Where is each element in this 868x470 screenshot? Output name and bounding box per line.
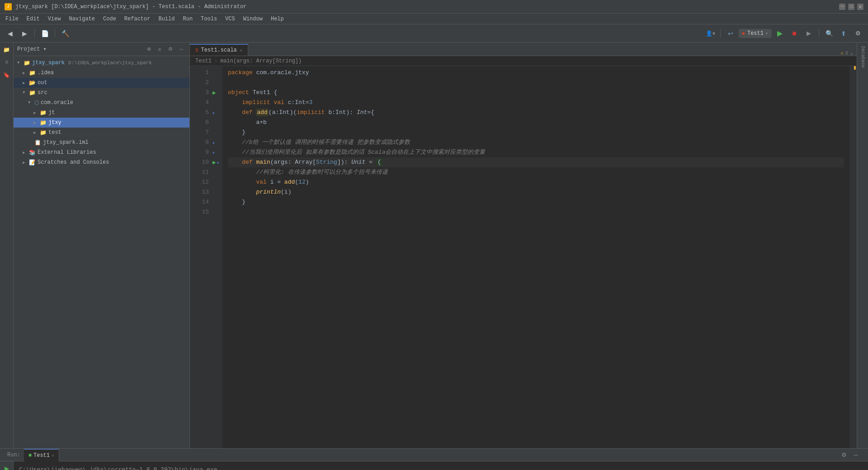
- panel-add-button[interactable]: ⊕: [144, 45, 153, 54]
- tree-item-test[interactable]: ▶ 📁 test: [14, 128, 189, 138]
- menu-navigate[interactable]: Navigate: [65, 15, 99, 23]
- title-left: J jtxy_spark [D:\IDEA_workplace\jtxy_spa…: [5, 3, 246, 10]
- title-text: jtxy_spark [D:\IDEA_workplace\jtxy_spark…: [15, 4, 246, 10]
- tree-icon-com-oracle: ⬡: [34, 100, 39, 106]
- gutter-14: [212, 197, 222, 207]
- sidebar-database-icon[interactable]: Database: [857, 44, 868, 70]
- search-button[interactable]: 🔍: [823, 27, 835, 40]
- line-num-10: 10: [193, 157, 209, 167]
- coverage-button[interactable]: ▶: [802, 27, 815, 40]
- bottom-minimize-button[interactable]: ─: [851, 450, 861, 460]
- menu-refactor[interactable]: Refactor: [121, 15, 154, 23]
- menu-file[interactable]: File: [2, 15, 22, 23]
- gutter-12: [212, 177, 222, 187]
- tree-item-src[interactable]: ▼ 📁 src: [14, 88, 189, 98]
- code-line-6: a+b: [228, 118, 844, 128]
- back-button[interactable]: ◀: [4, 27, 16, 40]
- warning-indicator: ⚠: [840, 50, 844, 56]
- tree-icon-test: 📁: [40, 129, 47, 136]
- warning-count: 1: [845, 50, 849, 56]
- gutter-10[interactable]: ▶ ◆: [212, 157, 222, 167]
- tree-label-idea: .idea: [38, 70, 54, 76]
- tree-icon-root: 📁: [24, 60, 30, 66]
- profile-button[interactable]: 👤▾: [704, 27, 717, 40]
- bottom-tab-run-icon: ■: [28, 452, 32, 459]
- gutter-13: [212, 187, 222, 197]
- panel-minimize-button[interactable]: ─: [177, 45, 186, 54]
- menu-vcs[interactable]: VCS: [222, 15, 239, 23]
- sidebar-structure-icon[interactable]: ≡: [1, 57, 12, 68]
- maximize-button[interactable]: □: [848, 4, 854, 10]
- line-num-9: 9: [193, 147, 209, 157]
- build-button[interactable]: 🔨: [59, 27, 71, 40]
- console-output[interactable]: C:\Users\jiehaowen\.jdks\corretto-1.8.0_…: [14, 461, 868, 470]
- tree-icon-idea: 📁: [29, 70, 36, 76]
- tree-arrow-ext-libs: ▶: [23, 150, 27, 155]
- project-panel-header: Project ▾ ⊕ ≡ ⚙ ─: [14, 43, 189, 56]
- line-num-3: 3: [193, 88, 209, 98]
- settings-button[interactable]: ⚙: [852, 27, 864, 40]
- menu-build[interactable]: Build: [155, 15, 178, 23]
- menu-code[interactable]: Code: [99, 15, 120, 23]
- right-sidebar-icons: Database: [857, 43, 868, 448]
- tree-item-com-oracle[interactable]: ▼ ⬡ com.oracle: [14, 98, 189, 108]
- run-config-name: Test1: [747, 30, 764, 37]
- tree-arrow-com-oracle: ▼: [28, 100, 33, 105]
- tree-label-iml: jtxy_spark.iml: [43, 139, 89, 146]
- gutter-3-run[interactable]: ▶: [212, 88, 222, 98]
- tree-label-com-oracle: com.oracle: [41, 100, 73, 106]
- tree-label-jtxy: jtxy: [48, 119, 61, 126]
- menu-run[interactable]: Run: [179, 15, 196, 23]
- tab-test1-scala[interactable]: S Test1.scala ✕: [190, 44, 248, 56]
- panel-collapse-button[interactable]: ≡: [155, 45, 164, 54]
- breadcrumb-main[interactable]: main(args: Array[String]): [220, 58, 302, 64]
- menu-tools[interactable]: Tools: [197, 15, 221, 23]
- code-content[interactable]: package com.oracle.jtxy object Test1 { i…: [222, 66, 849, 448]
- tree-arrow-jtxy: ▶: [33, 120, 38, 125]
- stop-button[interactable]: ■: [788, 27, 801, 40]
- code-line-9: //当我们使用柯里化后 如果有参数是隐式的话 Scala会自动在上下文中搜索对应…: [228, 147, 844, 157]
- menu-window[interactable]: Window: [240, 15, 266, 23]
- tree-label-scratches: Scratches and Consoles: [38, 159, 109, 166]
- menu-view[interactable]: View: [44, 15, 65, 23]
- tree-item-scratches[interactable]: ▶ 📝 Scratches and Consoles: [14, 157, 189, 167]
- bottom-tab-test1[interactable]: ■ Test1 ✕: [24, 449, 59, 461]
- gutter-9-bookmark: ◆: [212, 147, 222, 157]
- panel-settings-button[interactable]: ⚙: [166, 45, 175, 54]
- tree-item-iml[interactable]: ▶ 📋 jtxy_spark.iml: [14, 138, 189, 147]
- warning-marker[interactable]: [854, 66, 856, 70]
- close-button[interactable]: ✕: [857, 4, 863, 10]
- tree-arrow-scratches: ▶: [23, 160, 27, 165]
- undo-button[interactable]: ↩: [724, 27, 737, 40]
- toolbar-sep-2: [55, 29, 55, 38]
- recent-files-button[interactable]: 📄: [38, 27, 51, 40]
- window-controls[interactable]: ─ □ ✕: [839, 4, 863, 10]
- menu-help[interactable]: Help: [267, 15, 288, 23]
- tree-item-jtxy[interactable]: ▶ 📁 jtxy: [14, 118, 189, 128]
- sidebar-bookmarks-icon[interactable]: 🔖: [1, 70, 12, 81]
- tree-item-ext-libs[interactable]: ▶ 📚 External Libraries: [14, 147, 189, 157]
- run-config-selector[interactable]: ▶ Test1 ▾: [739, 29, 772, 38]
- tree-item-root[interactable]: ▼ 📁 jtxy_spark D:\IDEA_workplace\jtxy_sp…: [14, 58, 189, 68]
- bottom-tab-close[interactable]: ✕: [52, 453, 54, 458]
- sidebar-project-icon[interactable]: 📁: [1, 44, 12, 55]
- tree-item-jt[interactable]: ▶ 📁 jt: [14, 108, 189, 118]
- line-numbers: 1 2 3 4 5 6 7 8 9 10 11 12 13 14 15: [190, 66, 212, 448]
- code-line-12: val i = add(12): [228, 177, 844, 187]
- code-line-8: //b给 一个默认值 调用的时候不需要传递 把参数变成隐式参数: [228, 138, 844, 147]
- expand-editor-btn[interactable]: ⌄: [850, 50, 853, 56]
- gutter-11: [212, 167, 222, 177]
- menu-edit[interactable]: Edit: [23, 15, 43, 23]
- toolbar-sep-4: [819, 29, 819, 38]
- breadcrumb-test1[interactable]: Test1: [195, 58, 212, 64]
- run-action-button[interactable]: ▶: [2, 463, 12, 470]
- forward-button[interactable]: ▶: [18, 27, 31, 40]
- run-button[interactable]: ▶: [774, 27, 786, 40]
- update-button[interactable]: ⬆: [837, 27, 850, 40]
- bottom-settings-button[interactable]: ⚙: [839, 450, 849, 460]
- tab-close-button[interactable]: ✕: [240, 47, 243, 53]
- tree-item-out[interactable]: ▶ 📂 out: [14, 78, 189, 88]
- tree-item-idea[interactable]: ▶ 📁 .idea: [14, 68, 189, 78]
- minimize-button[interactable]: ─: [839, 4, 845, 10]
- tree-icon-jtxy: 📁: [40, 119, 47, 126]
